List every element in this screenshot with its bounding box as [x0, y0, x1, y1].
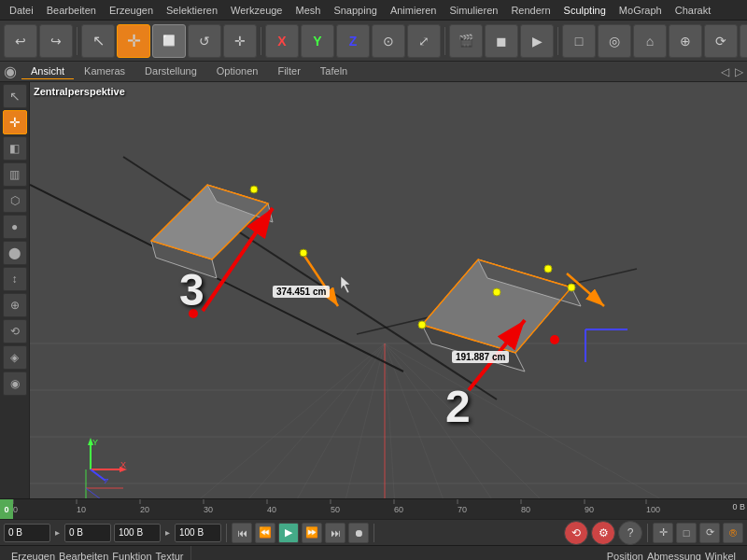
tab-darstellung[interactable]: Darstellung	[135, 63, 206, 79]
select-button[interactable]: ↖	[81, 24, 115, 58]
transport-registered[interactable]: ®	[723, 523, 743, 543]
scale-button[interactable]: ⬜	[152, 24, 186, 58]
transport-field-3[interactable]: 100 B	[114, 524, 161, 542]
play-button[interactable]: ▶	[278, 523, 299, 543]
transport-auto[interactable]: ⚙	[591, 521, 615, 545]
hex-button[interactable]: ⬡	[740, 24, 747, 58]
menu-erzeugen[interactable]: Erzeugen	[104, 3, 159, 18]
sidebar-select[interactable]: ↖	[3, 84, 27, 108]
tab-ansicht[interactable]: Ansicht	[21, 63, 74, 79]
menu-animieren[interactable]: Animieren	[385, 3, 443, 18]
x-axis-button[interactable]: X	[265, 24, 299, 58]
menu-snapping[interactable]: Snapping	[328, 3, 383, 18]
sidebar-render[interactable]: ◉	[3, 371, 27, 396]
polygon-button[interactable]: ◼	[485, 24, 518, 58]
svg-point-31	[418, 321, 426, 329]
z-axis-button[interactable]: Z	[336, 24, 370, 58]
sidebar-rotate[interactable]: ▥	[3, 162, 27, 187]
transport-refresh[interactable]: ⟳	[699, 523, 720, 543]
svg-text:10: 10	[77, 505, 86, 514]
svg-text:X: X	[120, 460, 126, 469]
sidebar-brush[interactable]: ●	[3, 215, 27, 239]
undo-button[interactable]: ↩	[4, 24, 37, 58]
main-area: ↖ ✛ ◧ ▥ ⬡ ● ⬤ ↕ ⊕ ⟲ ◈ ◉ Zentralperspekti…	[0, 82, 747, 498]
svg-text:20: 20	[140, 505, 149, 514]
menu-mesh[interactable]: Mesh	[289, 3, 326, 18]
menu-rendern[interactable]: Rendern	[505, 3, 556, 18]
big-number-3: 3	[179, 264, 204, 315]
y-axis-button[interactable]: Y	[301, 24, 334, 58]
measure-label-1: 374.451 cm	[273, 286, 330, 298]
menu-werkzeuge[interactable]: Werkzeuge	[225, 3, 288, 18]
menu-datei[interactable]: Datei	[4, 3, 39, 18]
object-group: □ ◎ ⌂ ⊕ ⟳ ⬡ ◈ ⬟ ≋ ∞	[562, 24, 747, 58]
move-button[interactable]: ✛	[117, 24, 150, 58]
redo-button[interactable]: ↪	[39, 24, 73, 58]
sidebar-uv[interactable]: ⟲	[3, 319, 27, 343]
menu-selektieren[interactable]: Selektieren	[161, 3, 223, 18]
transport-box[interactable]: □	[676, 523, 697, 543]
film-button[interactable]: 🎬	[449, 24, 483, 58]
object-1	[133, 166, 282, 287]
timeline[interactable]: 0 0 10 20 30 40 50 60 70 80 90 100 0 B	[0, 498, 747, 519]
viewport[interactable]: Zentralperspektive .gridline { stroke: #…	[30, 82, 747, 498]
select-group: ↖ ✛ ⬜ ↺ ✛	[81, 24, 257, 58]
status-bar: Erzeugen Bearbeiten Funktion Textur Posi…	[0, 545, 747, 560]
toolbar-sep-1	[77, 27, 78, 55]
menu-mograph[interactable]: MoGraph	[613, 3, 668, 18]
transport-bar: 0 B ▸ 0 B 100 B ▸ 100 B ⏮ ⏪ ▶ ⏩ ⏭ ⏺ ⟲ ⚙ …	[0, 519, 747, 545]
next-frame-button[interactable]: ⏩	[302, 523, 322, 543]
rotate-button[interactable]: ↺	[188, 24, 221, 58]
prev-frame-button[interactable]: ⏪	[255, 523, 275, 543]
sidebar-move[interactable]: ✛	[3, 110, 27, 134]
refresh-button[interactable]: ⟳	[704, 24, 738, 58]
sphere-button[interactable]: ◎	[598, 24, 631, 58]
menu-bearbeiten[interactable]: Bearbeiten	[41, 3, 102, 18]
anim-button[interactable]: ▶	[520, 24, 554, 58]
viewport-menu-btn[interactable]: ◁	[721, 65, 729, 78]
tab-optionen[interactable]: Optionen	[207, 63, 268, 79]
axis-group: X Y Z ⊙ ⤢	[265, 24, 441, 58]
sidebar-point[interactable]: ⬤	[3, 241, 27, 265]
menu-charakt[interactable]: Charakt	[669, 3, 717, 18]
cube-button[interactable]: □	[562, 24, 596, 58]
status-abmessung: Abmessung	[647, 551, 701, 561]
tab-filter[interactable]: Filter	[268, 63, 309, 79]
svg-text:60: 60	[394, 505, 403, 514]
transport-help[interactable]: ?	[618, 521, 642, 545]
sidebar-edge[interactable]: ↕	[3, 267, 27, 291]
status-erzeugen[interactable]: Erzeugen	[11, 551, 55, 561]
add-button[interactable]: ⊕	[669, 24, 702, 58]
undo-group: ↩ ↪	[4, 24, 73, 58]
object-button[interactable]: ⤢	[407, 24, 441, 58]
world-button[interactable]: ⊙	[372, 24, 405, 58]
transport-field-4[interactable]: 100 B	[175, 524, 221, 542]
transport-plus[interactable]: ✛	[653, 523, 673, 543]
menu-sculpting[interactable]: Sculpting	[558, 3, 612, 18]
menu-simulieren[interactable]: Simulieren	[444, 3, 503, 18]
transform-button[interactable]: ✛	[223, 24, 257, 58]
skip-end-button[interactable]: ⏭	[325, 523, 345, 543]
sidebar-face[interactable]: ⊕	[3, 293, 27, 317]
terrain-button[interactable]: ⌂	[633, 24, 667, 58]
status-funktion[interactable]: Funktion	[112, 551, 151, 561]
record-button[interactable]: ⏺	[348, 523, 369, 543]
skip-start-button[interactable]: ⏮	[232, 523, 252, 543]
status-bearbeiten[interactable]: Bearbeiten	[59, 551, 108, 561]
status-right: Position Abmessung Winkel	[599, 546, 743, 560]
transport-field-2[interactable]: 0 B	[64, 524, 111, 542]
status-left: Erzeugen Bearbeiten Funktion Textur	[4, 546, 191, 560]
transport-cycle[interactable]: ⟲	[564, 521, 588, 545]
status-winkel: Winkel	[705, 551, 736, 561]
viewport-tabs: ◉ Ansicht Kameras Darstellung Optionen F…	[0, 62, 747, 82]
sidebar-texture[interactable]: ◈	[3, 345, 27, 370]
transport-field-1[interactable]: 0 B	[4, 524, 50, 542]
sidebar: ↖ ✛ ◧ ▥ ⬡ ● ⬤ ↕ ⊕ ⟲ ◈ ◉	[0, 82, 30, 498]
viewport-expand-btn[interactable]: ▷	[735, 65, 743, 78]
viewport-icon: ◉	[4, 63, 17, 80]
sidebar-poly[interactable]: ⬡	[3, 189, 27, 213]
sidebar-scale[interactable]: ◧	[3, 136, 27, 161]
tab-tafeln[interactable]: Tafeln	[311, 63, 357, 79]
tab-kameras[interactable]: Kameras	[75, 63, 134, 79]
status-textur[interactable]: Textur	[156, 551, 184, 561]
